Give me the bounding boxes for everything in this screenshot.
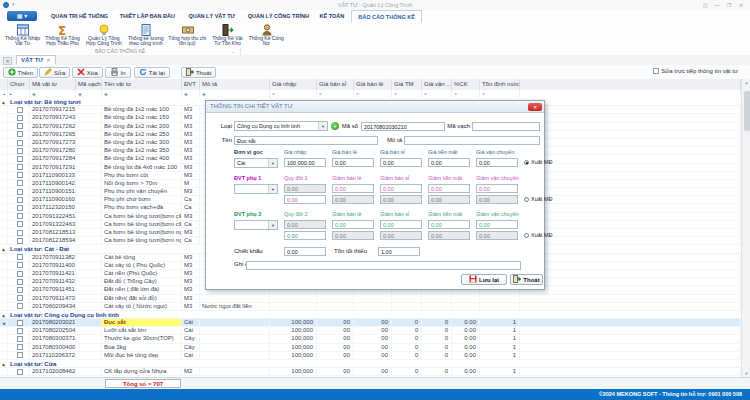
xuat-md-radio-base[interactable] bbox=[524, 160, 529, 165]
name-cell[interactable]: Phụ thu bơm vách+đà bbox=[102, 204, 182, 211]
loai-combo[interactable]: Công cụ Dụng cụ linh tinh▼ bbox=[234, 121, 328, 131]
row-checkbox[interactable] bbox=[17, 140, 23, 146]
price-input-sub1-1-3[interactable]: 0.00 bbox=[428, 195, 470, 204]
gia-nhap-cell[interactable] bbox=[270, 303, 317, 310]
gia-tm-cell[interactable]: 0 bbox=[392, 368, 422, 375]
scroll-up-icon[interactable]: ▲ bbox=[743, 80, 750, 85]
name-cell[interactable]: Cát xây tô ( Nước ngọt) bbox=[102, 303, 182, 310]
unit-cell[interactable]: Cây bbox=[182, 344, 200, 351]
select-cell[interactable] bbox=[8, 254, 30, 261]
gia-ban-si-cell[interactable]: 00 bbox=[317, 327, 354, 334]
barcode-cell[interactable] bbox=[76, 221, 102, 228]
chiet-khau-input[interactable]: 0.00 bbox=[284, 247, 326, 256]
filter-cell-6[interactable]: = bbox=[270, 90, 317, 98]
ton-toi-thieu-input[interactable]: 1.00 bbox=[378, 247, 420, 256]
desc-cell[interactable]: Nước ngọt đất liền bbox=[200, 303, 270, 310]
group-expand-icon[interactable]: ▸ bbox=[1, 99, 8, 106]
table-row[interactable]: 20170802025041Lưỡi cắt sắt lớnCái100,000… bbox=[0, 327, 741, 335]
row-checkbox[interactable] bbox=[17, 131, 23, 137]
unit-combo-sub1[interactable]: ▼ bbox=[234, 184, 278, 194]
filter-cell-12[interactable]: = bbox=[480, 90, 520, 98]
price-input-sub1-1-4[interactable]: 0.00 bbox=[476, 195, 518, 204]
ribbon-button-6[interactable]: Thống Kê Công Nợ bbox=[249, 24, 285, 48]
row-checkbox[interactable] bbox=[17, 295, 23, 301]
barcode-cell[interactable] bbox=[76, 327, 102, 334]
gia-ban-le-cell[interactable] bbox=[354, 295, 392, 302]
gia-ban-si-cell[interactable]: 00 bbox=[317, 344, 354, 351]
column-header-11[interactable]: %CK bbox=[452, 79, 480, 90]
vertical-scrollbar[interactable]: ▲ ▼ bbox=[741, 79, 750, 377]
barcode-cell[interactable] bbox=[76, 335, 102, 342]
ma-vach-input[interactable] bbox=[472, 122, 540, 131]
code-cell[interactable]: 20170709114516 bbox=[30, 286, 76, 293]
barcode-cell[interactable] bbox=[76, 172, 102, 179]
gia-van-chuyen-cell[interactable]: 0 bbox=[422, 319, 452, 326]
gia-nhap-cell[interactable]: 100,000 bbox=[270, 319, 317, 326]
code-cell[interactable]: 20171020084622 bbox=[30, 368, 76, 375]
name-cell[interactable]: Đục sắt bbox=[102, 319, 182, 326]
ribbon-button-3[interactable]: Thống kê lương theo công trình bbox=[126, 24, 167, 48]
ton-dinh-muc-cell[interactable]: 1 bbox=[480, 344, 520, 351]
price-input-base-0-1[interactable]: 0.00 bbox=[332, 158, 374, 167]
barcode-cell[interactable] bbox=[76, 188, 102, 195]
barcode-cell[interactable] bbox=[76, 319, 102, 326]
name-cell[interactable]: Phụ thu phí vận chuyển bbox=[102, 188, 182, 195]
barcode-cell[interactable] bbox=[76, 155, 102, 162]
ghi-chu-input[interactable] bbox=[246, 261, 521, 270]
price-input-base-0-0[interactable]: 100,000.00 bbox=[284, 158, 326, 167]
toolbar-button-thoát[interactable]: Thoát bbox=[181, 67, 216, 78]
checkbox-icon[interactable] bbox=[653, 68, 659, 74]
code-cell[interactable]: 20170709114327 bbox=[30, 278, 76, 285]
toolbar-button-thêm[interactable]: Thêm bbox=[3, 67, 38, 78]
barcode-cell[interactable] bbox=[76, 270, 102, 277]
barcode-cell[interactable] bbox=[76, 204, 102, 211]
price-input-sub1-0-1[interactable]: 0.00 bbox=[332, 184, 374, 193]
desc-cell[interactable] bbox=[200, 352, 270, 359]
table-row[interactable]: 20171020084622CK lắp dựng cửa NhựaM2100,… bbox=[0, 368, 741, 376]
price-input-sub2-0-0[interactable]: 0.00 bbox=[284, 220, 326, 229]
column-header-1[interactable]: Mã vật tư bbox=[30, 79, 76, 90]
row-checkbox[interactable] bbox=[17, 213, 23, 219]
close-icon[interactable]: ✕ bbox=[736, 2, 746, 9]
gia-ban-si-cell[interactable]: 00 bbox=[317, 368, 354, 375]
select-cell[interactable] bbox=[8, 295, 30, 302]
barcode-cell[interactable] bbox=[76, 147, 102, 154]
select-cell[interactable] bbox=[8, 139, 30, 146]
unit-cell[interactable]: Ca bbox=[182, 196, 200, 203]
unit-cell[interactable]: Ca bbox=[182, 204, 200, 211]
name-cell[interactable]: Ca bơm bê tông tươi(bơm ngan... bbox=[102, 237, 182, 244]
filter-cell-8[interactable]: = bbox=[354, 90, 392, 98]
barcode-cell[interactable] bbox=[76, 114, 102, 121]
ck-cell[interactable]: 0.00 bbox=[452, 352, 480, 359]
row-checkbox[interactable] bbox=[17, 344, 23, 350]
row-checkbox[interactable] bbox=[17, 172, 23, 178]
gia-ban-le-cell[interactable]: 00 bbox=[354, 335, 392, 342]
row-checkbox[interactable] bbox=[17, 123, 23, 129]
name-cell[interactable]: Đất đỏ ( Trồng Cây) bbox=[102, 278, 182, 285]
unit-cell[interactable]: M3 bbox=[182, 303, 200, 310]
select-cell[interactable] bbox=[8, 319, 30, 326]
unit-cell[interactable]: Cái bbox=[182, 352, 200, 359]
select-cell[interactable] bbox=[8, 270, 30, 277]
select-cell[interactable] bbox=[8, 114, 30, 121]
mo-ta-input[interactable] bbox=[404, 136, 540, 145]
price-input-base-0-4[interactable]: 0.00 bbox=[476, 158, 518, 167]
select-cell[interactable] bbox=[8, 147, 30, 154]
table-row[interactable]: ▸20170802030210Đục sắtCái100,0000000000.… bbox=[0, 319, 741, 327]
price-input-sub1-0-4[interactable]: 0.00 bbox=[476, 184, 518, 193]
scroll-thumb[interactable] bbox=[744, 91, 750, 131]
row-checkbox[interactable] bbox=[17, 287, 23, 293]
group-launcher-icon[interactable]: ⌄ bbox=[231, 48, 235, 54]
column-header-5[interactable]: Mô tả bbox=[200, 79, 270, 90]
code-cell[interactable]: 20170802030210 bbox=[30, 319, 76, 326]
select-cell[interactable] bbox=[8, 213, 30, 220]
ribbon-button-0[interactable]: Thống Kê Nhập Vật Tư bbox=[4, 24, 41, 48]
name-cell[interactable]: Bê tông đá 1x2 mác 400 bbox=[102, 155, 182, 162]
code-cell[interactable]: 20170802025041 bbox=[30, 327, 76, 334]
code-cell[interactable]: 20170602094343 bbox=[30, 303, 76, 310]
row-checkbox[interactable] bbox=[17, 262, 23, 268]
row-checkbox[interactable] bbox=[17, 279, 23, 285]
column-header-3[interactable]: Tên vật tư bbox=[102, 79, 182, 90]
select-cell[interactable] bbox=[8, 229, 30, 236]
barcode-cell[interactable] bbox=[76, 213, 102, 220]
